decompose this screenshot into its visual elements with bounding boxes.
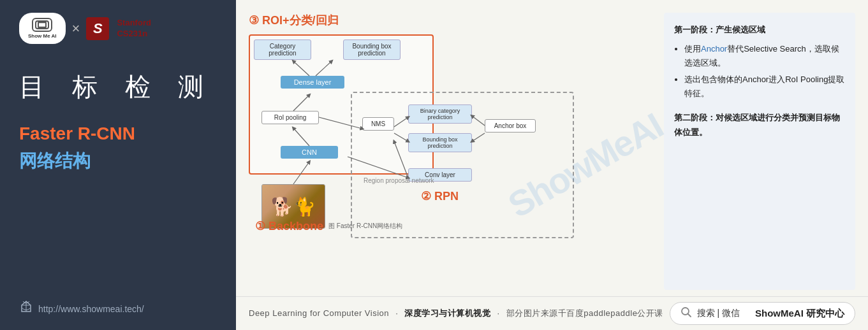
stanford-text: Stanford CS231n: [117, 18, 151, 39]
dense-layer-box: Dense layer: [281, 76, 344, 89]
top-labels: Categoryprediction Bounding boxpredictio…: [254, 39, 401, 60]
bullet1a-text: 使用: [684, 44, 701, 54]
main-content: ShowMeAI ③ ROI+分类/回归 Categoryprediction …: [236, 0, 868, 330]
nms-box: NMS: [362, 117, 394, 131]
main-title: 目 标 检 测: [19, 69, 217, 104]
cnn-box: CNN: [281, 146, 338, 159]
right-panel: 第一阶段：产生候选区域 使用Anchor替代Selective Search，选…: [664, 13, 855, 290]
diagram-area: ③ ROI+分类/回归 Categoryprediction Bounding …: [249, 13, 651, 290]
bullet1b: 选出包含物体的Anchor进入RoI Pooling提取特征。: [684, 73, 845, 101]
anchor-link[interactable]: Anchor: [701, 44, 727, 54]
website-row: http://www.showmeai.tech/: [19, 300, 217, 317]
footer-left: Deep Learning for Computer Vision · 深度学习…: [249, 308, 663, 319]
bounding-box-prediction-top-box: Bounding boxprediction: [343, 39, 401, 60]
footer-dot1: ·: [395, 308, 398, 318]
bullet1a: 使用Anchor替代Selective Search，选取候选选区域。: [684, 42, 845, 70]
rpn-label: ② RPN: [421, 189, 459, 203]
footer-text-left: Deep Learning for Computer Vision: [249, 308, 389, 318]
stanford-logo: S Stanford CS231n: [86, 17, 151, 40]
search-icon: [680, 306, 692, 320]
footer: Deep Learning for Computer Vision · 深度学习…: [236, 296, 868, 330]
footer-text-right: 部分图片来源千百度paddlepaddle公开课: [506, 308, 663, 318]
backbone-label: ① Backbone 图 Faster R-CNN网络结构: [255, 219, 402, 233]
cross-symbol: ×: [72, 20, 80, 37]
website-icon: [19, 300, 33, 317]
roi-pooling-box: RoI pooling: [261, 111, 319, 124]
stanford-s-icon: S: [86, 17, 109, 40]
sidebar: Show Me AI × S Stanford CS231n 目 标 检 测 F…: [0, 0, 236, 330]
search-bar[interactable]: 搜索 | 微信 ShowMeAI 研究中心: [670, 302, 855, 325]
backbone-text: ① Backbone: [255, 219, 323, 233]
subtitle-network: 网络结构: [19, 149, 217, 173]
section2-title: 第二阶段：对候选区域进行分类并预测目标物体位置。: [674, 111, 845, 139]
stanford-name: Stanford: [117, 18, 151, 29]
subtitle-faster: Faster R-CNN: [19, 124, 217, 144]
anchor-box-box: Anchor box: [485, 119, 536, 133]
search-brand-text: ShowMeAI 研究中心: [755, 308, 844, 320]
category-prediction-box: Categoryprediction: [254, 39, 311, 60]
website-text[interactable]: http://www.showmeai.tech/: [38, 304, 144, 314]
stanford-course: CS231n: [117, 29, 151, 39]
svg-rect-0: [36, 21, 48, 29]
svg-line-19: [688, 314, 691, 317]
bounding-box-pred-box: Bounding boxprediction: [408, 133, 472, 152]
diagram-container: Categoryprediction Bounding boxpredictio…: [249, 34, 651, 245]
binary-category-box: Binary categoryprediction: [408, 104, 472, 124]
section1-list: 使用Anchor替代Selective Search，选取候选选区域。 选出包含…: [674, 42, 845, 101]
footer-dot2: ·: [497, 308, 500, 318]
logo-area: Show Me AI × S Stanford CS231n: [19, 13, 217, 44]
search-text: 搜索 | 微信: [697, 308, 740, 319]
svg-rect-1: [38, 23, 46, 27]
section1-title: 第一阶段：产生候选区域: [674, 23, 845, 37]
showmeai-text: Show Me AI: [28, 33, 57, 39]
footer-text-cn: 深度学习与计算机视觉: [404, 308, 490, 318]
showmeai-logo-box: Show Me AI: [19, 13, 66, 44]
showmeai-icon: [32, 18, 52, 32]
content-body: ③ ROI+分类/回归 Categoryprediction Bounding …: [236, 0, 868, 296]
rpn-region-label: Region proposal network: [364, 177, 434, 184]
backbone-caption: 图 Faster R-CNN网络结构: [328, 222, 402, 231]
roi-label: ③ ROI+分类/回归: [249, 13, 651, 28]
